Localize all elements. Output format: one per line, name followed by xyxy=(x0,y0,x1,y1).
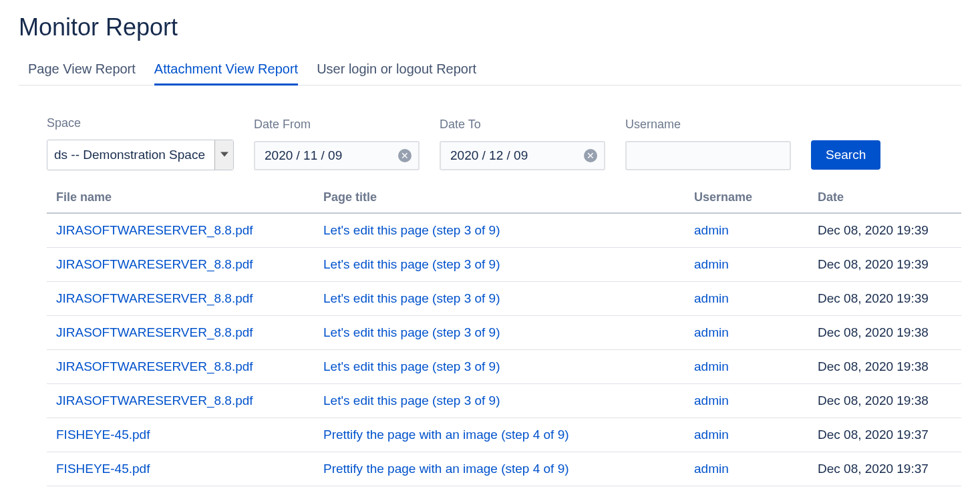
username-link[interactable]: admin xyxy=(685,213,808,248)
username-link[interactable]: admin xyxy=(685,452,808,486)
page-title-link[interactable]: Let's edit this page (step 3 of 9) xyxy=(314,282,685,316)
date-cell: Dec 08, 2020 19:39 xyxy=(808,248,961,282)
space-select-dropdown-button[interactable] xyxy=(214,140,233,170)
tab-user-login-logout-report[interactable]: User login or logout Report xyxy=(317,57,476,86)
date-to-label: Date To xyxy=(440,118,605,132)
date-to-clear-button[interactable]: ✕ xyxy=(584,149,597,162)
file-name-link[interactable]: FISHEYE-45.pdf xyxy=(47,418,314,452)
date-from-input[interactable]: 2020 / 11 / 09 ✕ xyxy=(254,141,420,170)
file-name-link[interactable]: JIRASOFTWARESERVER_8.8.pdf xyxy=(47,248,314,282)
date-cell: Dec 08, 2020 19:39 xyxy=(808,213,961,248)
page-title-link[interactable]: Prettify the page with an image (step 4 … xyxy=(314,418,685,452)
file-name-link[interactable]: JIRASOFTWARESERVER_8.8.pdf xyxy=(47,213,314,248)
date-from-field: Date From 2020 / 11 / 09 ✕ xyxy=(254,118,420,170)
username-link[interactable]: admin xyxy=(685,350,808,384)
chevron-down-icon xyxy=(220,150,228,160)
col-date: Date xyxy=(808,182,961,213)
date-from-value: 2020 / 11 / 09 xyxy=(265,148,398,163)
col-file-name: File name xyxy=(47,182,314,213)
date-to-value: 2020 / 12 / 09 xyxy=(450,148,584,163)
tab-attachment-view-report[interactable]: Attachment View Report xyxy=(154,57,298,86)
date-from-label: Date From xyxy=(254,118,420,132)
username-link[interactable]: admin xyxy=(685,384,808,418)
file-name-link[interactable]: JIRASOFTWARESERVER_8.8.pdf xyxy=(47,384,314,418)
file-name-link[interactable]: JIRASOFTWARESERVER_8.8.pdf xyxy=(47,350,314,384)
table-row: FISHEYE-45.pdfPrettify the page with an … xyxy=(47,452,961,486)
page-title: Monitor Report xyxy=(19,13,961,41)
date-cell: Dec 08, 2020 19:38 xyxy=(808,384,961,418)
page-title-link[interactable]: Let's edit this page (step 3 of 9) xyxy=(314,316,685,350)
space-select-value: ds -- Demonstration Space xyxy=(47,140,214,170)
username-label: Username xyxy=(625,118,791,132)
table-row: JIRASOFTWARESERVER_8.8.pdfLet's edit thi… xyxy=(47,213,961,248)
table-row: JIRASOFTWARESERVER_8.8.pdfLet's edit thi… xyxy=(47,384,961,418)
filter-bar: Space ds -- Demonstration Space Date Fro… xyxy=(19,86,961,170)
tab-page-view-report[interactable]: Page View Report xyxy=(28,57,136,86)
date-cell: Dec 08, 2020 19:38 xyxy=(808,316,961,350)
page-title-link[interactable]: Let's edit this page (step 3 of 9) xyxy=(314,350,685,384)
table-row: JIRASOFTWARESERVER_8.8.pdfLet's edit thi… xyxy=(47,282,961,316)
close-icon: ✕ xyxy=(401,151,409,160)
file-name-link[interactable]: JIRASOFTWARESERVER_8.8.pdf xyxy=(47,316,314,350)
date-to-field: Date To 2020 / 12 / 09 ✕ xyxy=(440,118,605,170)
date-cell: Dec 08, 2020 19:38 xyxy=(808,350,961,384)
page-title-link[interactable]: Prettify the page with an image (step 4 … xyxy=(314,452,685,486)
col-page-title: Page title xyxy=(314,182,685,213)
date-from-clear-button[interactable]: ✕ xyxy=(398,149,412,162)
page-title-link[interactable]: Let's edit this page (step 3 of 9) xyxy=(314,213,685,248)
results-table: File name Page title Username Date JIRAS… xyxy=(47,182,961,486)
file-name-link[interactable]: JIRASOFTWARESERVER_8.8.pdf xyxy=(47,282,314,316)
username-link[interactable]: admin xyxy=(685,282,808,316)
date-cell: Dec 08, 2020 19:37 xyxy=(808,452,961,486)
file-name-link[interactable]: FISHEYE-45.pdf xyxy=(47,452,314,486)
date-to-input[interactable]: 2020 / 12 / 09 ✕ xyxy=(440,141,605,170)
table-row: FISHEYE-45.pdfPrettify the page with an … xyxy=(47,418,961,452)
date-cell: Dec 08, 2020 19:39 xyxy=(808,282,961,316)
space-label: Space xyxy=(47,116,234,130)
username-input[interactable] xyxy=(625,141,791,170)
username-link[interactable]: admin xyxy=(685,316,808,350)
space-select[interactable]: ds -- Demonstration Space xyxy=(47,140,234,170)
table-header-row: File name Page title Username Date xyxy=(47,182,961,213)
table-row: JIRASOFTWARESERVER_8.8.pdfLet's edit thi… xyxy=(47,316,961,350)
username-field: Username xyxy=(625,118,791,170)
close-icon: ✕ xyxy=(587,151,595,160)
page-title-link[interactable]: Let's edit this page (step 3 of 9) xyxy=(314,248,685,282)
table-row: JIRASOFTWARESERVER_8.8.pdfLet's edit thi… xyxy=(47,248,961,282)
page-title-link[interactable]: Let's edit this page (step 3 of 9) xyxy=(314,384,685,418)
table-row: JIRASOFTWARESERVER_8.8.pdfLet's edit thi… xyxy=(47,350,961,384)
col-username: Username xyxy=(685,182,808,213)
page-container: Monitor Report Page View Report Attachme… xyxy=(0,0,980,486)
space-field: Space ds -- Demonstration Space xyxy=(47,116,234,170)
tabs: Page View Report Attachment View Report … xyxy=(19,57,961,86)
username-link[interactable]: admin xyxy=(685,418,808,452)
search-button[interactable]: Search xyxy=(811,140,880,170)
date-cell: Dec 08, 2020 19:37 xyxy=(808,418,961,452)
username-link[interactable]: admin xyxy=(685,248,808,282)
